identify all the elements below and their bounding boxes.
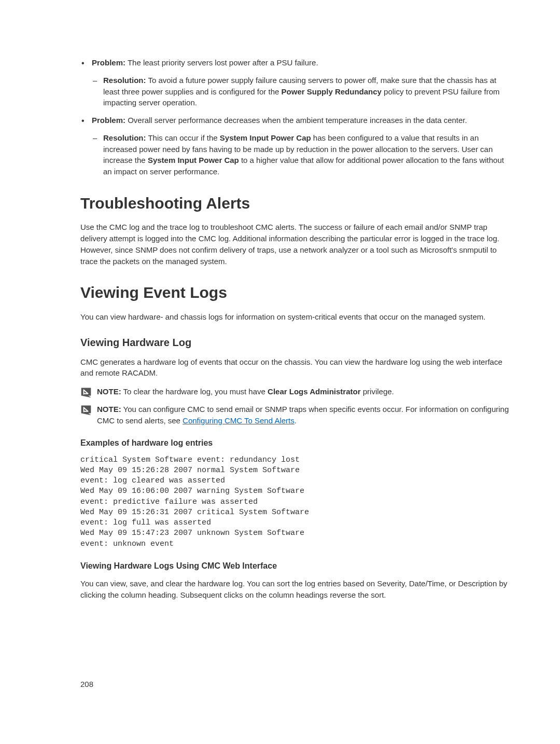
note-text-after: .: [295, 416, 297, 425]
resolution-item-1: Resolution: To avoid a future power supp…: [92, 75, 513, 108]
note-icon: [80, 405, 92, 415]
para-web-interface: You can view, save, and clear the hardwa…: [80, 578, 513, 601]
resolution-text-before: This can occur if the: [146, 133, 220, 142]
resolution-label: Resolution:: [103, 133, 146, 142]
note-text-before: You can configure CMC to send email or S…: [97, 405, 509, 425]
heading-viewing-hardware-web: Viewing Hardware Logs Using CMC Web Inte…: [80, 560, 513, 572]
problem-item-1: Problem: The least priority servers lost…: [80, 57, 513, 108]
code-block-log-entries: critical System Software event: redundan…: [80, 455, 513, 549]
note-block-1: NOTE: To clear the hardware log, you mus…: [80, 386, 513, 397]
para-troubleshooting: Use the CMC log and the trace log to tro…: [80, 222, 513, 267]
page-number: 208: [80, 679, 513, 690]
note-block-2: NOTE: You can configure CMC to send emai…: [80, 404, 513, 426]
heading-viewing-event-logs: Viewing Event Logs: [80, 281, 513, 304]
link-configuring-alerts[interactable]: Configuring CMC To Send Alerts: [183, 416, 295, 425]
heading-examples: Examples of hardware log entries: [80, 437, 513, 449]
resolution-list-2: Resolution: This can occur if the System…: [92, 132, 513, 177]
problem-item-2: Problem: Overall server performance decr…: [80, 115, 513, 177]
heading-troubleshooting-alerts: Troubleshooting Alerts: [80, 192, 513, 215]
resolution-bold-1: System Input Power Cap: [220, 133, 311, 142]
problem-text: Overall server performance decreases whe…: [125, 116, 467, 125]
resolution-list-1: Resolution: To avoid a future power supp…: [92, 75, 513, 108]
note-icon: [80, 387, 92, 397]
note-bold: Clear Logs Administrator: [268, 387, 360, 396]
problem-text: The least priority servers lost power af…: [125, 58, 318, 67]
para-viewing-event-logs: You can view hardware- and chassis logs …: [80, 311, 513, 323]
problem-label: Problem:: [92, 58, 125, 67]
resolution-bold-2: System Input Power Cap: [148, 156, 239, 164]
problem-list: Problem: The least priority servers lost…: [80, 57, 513, 177]
note-content-1: NOTE: To clear the hardware log, you mus…: [97, 386, 513, 397]
note-content-2: NOTE: You can configure CMC to send emai…: [97, 404, 513, 426]
resolution-bold: Power Supply Redundancy: [282, 87, 382, 96]
problem-label: Problem:: [92, 116, 125, 125]
heading-viewing-hardware-log: Viewing Hardware Log: [80, 335, 513, 350]
resolution-label: Resolution:: [103, 76, 146, 85]
note-text-after: privilege.: [361, 387, 394, 396]
resolution-item-2: Resolution: This can occur if the System…: [92, 132, 513, 177]
para-viewing-hardware: CMC generates a hardware log of events t…: [80, 356, 513, 379]
note-prefix: NOTE:: [97, 405, 121, 414]
note-prefix: NOTE:: [97, 387, 121, 396]
note-text-before: To clear the hardware log, you must have: [121, 387, 268, 396]
